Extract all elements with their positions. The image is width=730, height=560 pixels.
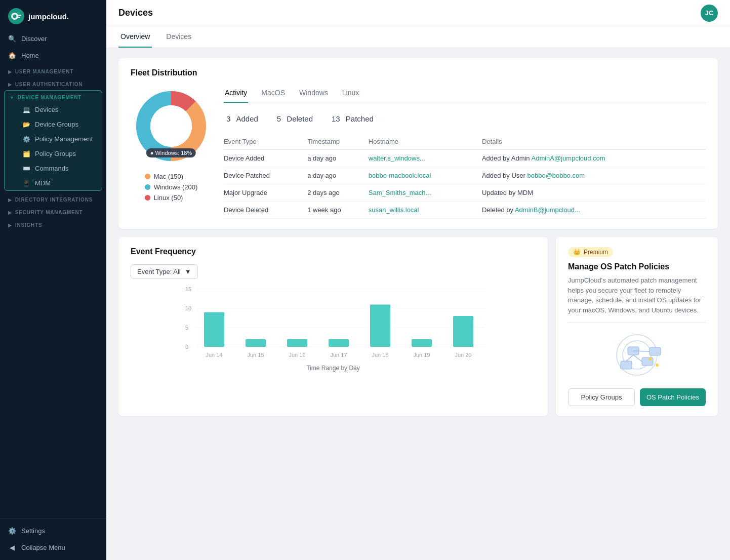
section-user-authentication[interactable]: ▶ USER AUTHENTICATION (0, 76, 106, 89)
svg-rect-36 (621, 361, 632, 369)
tab-activity[interactable]: Activity (224, 86, 248, 103)
logo-icon (8, 8, 24, 24)
settings-icon: ⚙️ (8, 527, 16, 535)
table-row: Device Addeda day agowalter.s_windows...… (224, 150, 706, 167)
svg-rect-22 (412, 339, 432, 347)
sidebar-item-devices[interactable]: 💻 Devices (5, 102, 102, 117)
svg-text:Time Range by Day: Time Range by Day (306, 365, 360, 372)
section-device-management[interactable]: ▼ DEVICE MANAGEMENT (5, 91, 102, 102)
section-insights[interactable]: ▶ INSIGHTS (0, 217, 106, 230)
col-details: Details (482, 135, 706, 150)
details-link[interactable]: AdminA@jumpcloud.com (531, 154, 605, 162)
svg-text:0: 0 (185, 344, 188, 350)
event-type-cell: Device Patched (224, 167, 307, 184)
sidebar-item-commands[interactable]: ⌨️ Commands (5, 161, 102, 176)
svg-line-39 (626, 355, 633, 361)
table-row: Device Patcheda day agobobbo-macbook.loc… (224, 167, 706, 184)
fleet-distribution-card: Fleet Distribution (118, 58, 718, 229)
svg-text:Jun 15: Jun 15 (247, 352, 264, 358)
sidebar: jumpcloud. 🔍 Discover 🏠 Home ▶ USER MANA… (0, 0, 106, 560)
svg-rect-37 (650, 347, 661, 355)
svg-text:5: 5 (185, 325, 188, 331)
sidebar-item-home[interactable]: 🏠 Home (0, 47, 106, 64)
tab-macos[interactable]: MacOS (260, 86, 286, 103)
sidebar-item-mdm[interactable]: 📱 MDM (5, 176, 102, 190)
table-row: Major Upgrade2 days agoSam_Smiths_mach..… (224, 184, 706, 202)
tab-windows[interactable]: Windows (298, 86, 329, 103)
sidebar-item-policy-management[interactable]: ⚙️ Policy Management (5, 132, 102, 146)
policy-groups-button[interactable]: Policy Groups (568, 388, 635, 406)
tab-linux[interactable]: Linux (341, 86, 360, 103)
sidebar-item-discover[interactable]: 🔍 Discover (0, 30, 106, 47)
event-type-cell: Major Upgrade (224, 184, 307, 202)
svg-text:Jun 20: Jun 20 (455, 352, 471, 358)
activity-tabs: Activity MacOS Windows Linux (224, 86, 706, 103)
legend-mac: Mac (150) (145, 173, 198, 180)
tab-devices[interactable]: Devices (164, 26, 193, 48)
hostname-cell[interactable]: bobbo-macbook.local (369, 167, 482, 184)
mdm-icon: 📱 (23, 180, 30, 187)
premium-title: Manage OS Patch Policies (568, 262, 706, 271)
event-freq-title: Event Frequency (131, 247, 536, 256)
devices-icon: 💻 (23, 106, 30, 113)
topbar: Devices JC (106, 0, 730, 26)
event-type-cell: Device Added (224, 150, 307, 167)
table-row: Device Deleted1 week agosusan_willis.loc… (224, 202, 706, 219)
activity-section: Activity MacOS Windows Linux 3 Added 5 D… (224, 86, 706, 219)
content-area: Fleet Distribution (106, 48, 730, 560)
details-link[interactable]: bobbo@bobbo.com (528, 172, 585, 179)
donut-section: ● Windows: 18% Mac (150) Windows (200) (131, 86, 212, 219)
fleet-content: ● Windows: 18% Mac (150) Windows (200) (131, 86, 706, 219)
svg-point-41 (648, 357, 652, 361)
svg-rect-2 (17, 15, 21, 16)
os-patch-policies-button[interactable]: OS Patch Policies (640, 388, 706, 406)
svg-point-1 (13, 15, 17, 18)
windows-dot (145, 184, 150, 190)
section-security-management[interactable]: ▶ SECURITY MANAGMENT (0, 205, 106, 217)
details-cell: Updated by MDM (482, 184, 706, 202)
donut-chart: ● Windows: 18% (131, 86, 212, 167)
svg-text:Jun 19: Jun 19 (413, 352, 430, 358)
svg-rect-18 (246, 339, 266, 347)
page-title: Devices (118, 8, 153, 18)
stats-row: 3 Added 5 Deleted 13 Patched (224, 111, 706, 125)
chevron-right-icon-5: ▶ (8, 223, 12, 228)
bar-chart: 15 10 5 0 (131, 285, 536, 376)
details-cell: Added by User bobbo@bobbo.com (482, 167, 706, 184)
sidebar-item-collapse[interactable]: ◀ Collapse Menu (0, 539, 106, 556)
main-content: Devices JC Overview Devices Fleet Distri… (106, 0, 730, 560)
donut-tooltip: ● Windows: 18% (146, 148, 196, 157)
event-type-cell: Device Deleted (224, 202, 307, 219)
svg-rect-3 (17, 17, 20, 18)
event-type-dropdown[interactable]: Event Type: All ▼ (131, 264, 198, 279)
hostname-cell[interactable]: Sam_Smiths_mach... (369, 184, 482, 202)
bottom-row: Event Frequency Event Type: All ▼ 15 10 … (118, 237, 718, 424)
legend-windows: Windows (200) (145, 183, 198, 191)
policy-mgmt-icon: ⚙️ (23, 136, 30, 143)
timestamp-cell: 1 week ago (307, 202, 369, 219)
device-management-section: ▼ DEVICE MANAGEMENT 💻 Devices 📂 Device G… (4, 90, 102, 191)
section-user-management[interactable]: ▶ USER MANAGEMENT (0, 64, 106, 76)
sidebar-item-settings[interactable]: ⚙️ Settings (0, 523, 106, 539)
hostname-cell[interactable]: susan_willis.local (369, 202, 482, 219)
tabs-row: Overview Devices (106, 26, 730, 48)
collapse-icon: ◀ (8, 544, 16, 551)
premium-desc: JumpCloud's automated patch management h… (568, 275, 706, 315)
details-link[interactable]: AdminB@jumpcloud... (515, 206, 580, 214)
sidebar-item-device-groups[interactable]: 📂 Device Groups (5, 117, 102, 132)
section-directory-integrations[interactable]: ▶ DIRECTORY INTEGRATIONS (0, 192, 106, 205)
hostname-cell[interactable]: walter.s_windows... (369, 150, 482, 167)
event-frequency-card: Event Frequency Event Type: All ▼ 15 10 … (118, 237, 548, 416)
premium-illustration (568, 330, 706, 380)
sidebar-item-policy-groups[interactable]: 🗂️ Policy Groups (5, 146, 102, 161)
avatar[interactable]: JC (701, 5, 718, 22)
tab-overview[interactable]: Overview (118, 26, 152, 48)
svg-text:15: 15 (185, 286, 191, 292)
commands-icon: ⌨️ (23, 165, 30, 172)
svg-rect-19 (287, 339, 307, 347)
timestamp-cell: a day ago (307, 167, 369, 184)
chevron-down-icon: ▼ (10, 95, 15, 100)
sidebar-bottom: ⚙️ Settings ◀ Collapse Menu (0, 518, 106, 560)
svg-point-8 (150, 105, 192, 147)
svg-line-38 (633, 355, 642, 362)
